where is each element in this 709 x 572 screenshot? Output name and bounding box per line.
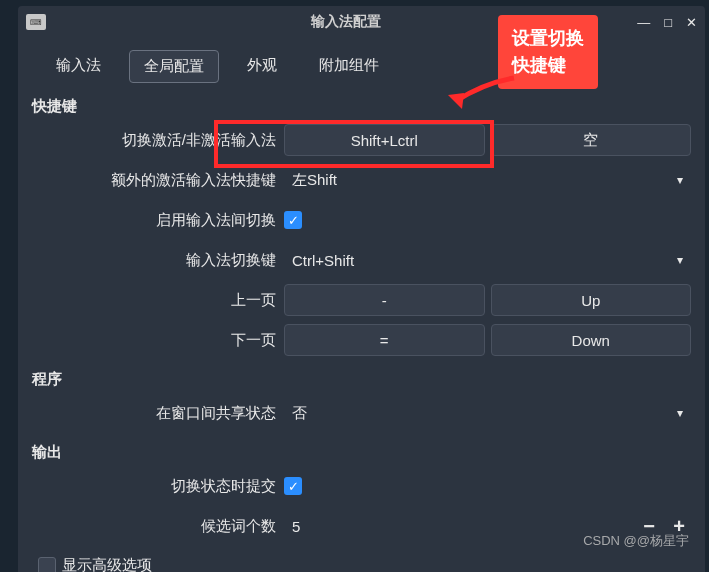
prev-page-key-2[interactable]: Up (491, 284, 692, 316)
prev-page-key-1[interactable]: - (284, 284, 485, 316)
row-advanced: 显示高级选项 (32, 550, 691, 572)
label-share-state: 在窗口间共享状态 (32, 404, 284, 423)
config-window: ⌨ 输入法配置 — □ ✕ 输入法 全局配置 外观 附加组件 快捷键 切换激活/… (18, 6, 705, 572)
label-commit-switch: 切换状态时提交 (32, 477, 284, 496)
row-next-page: 下一页 = Down (32, 324, 691, 356)
label-candidate-count: 候选词个数 (32, 517, 284, 536)
candidate-count-input[interactable]: 5 (284, 510, 631, 542)
label-trigger: 切换激活/非激活输入法 (32, 131, 284, 150)
window-controls: — □ ✕ (637, 15, 697, 30)
tab-bar: 输入法 全局配置 外观 附加组件 (18, 38, 705, 91)
section-program-header: 程序 (32, 364, 691, 397)
enable-switch-checkbox[interactable]: ✓ (284, 211, 302, 229)
keyboard-icon: ⌨ (26, 14, 46, 30)
commit-switch-checkbox[interactable]: ✓ (284, 477, 302, 495)
tab-global-config[interactable]: 全局配置 (129, 50, 219, 83)
share-state-dropdown[interactable]: 否 (284, 397, 691, 429)
row-commit-switch: 切换状态时提交 ✓ (32, 470, 691, 502)
trigger-key-1[interactable]: Shift+Lctrl (284, 124, 485, 156)
tab-appearance[interactable]: 外观 (233, 50, 291, 83)
row-trigger: 切换激活/非激活输入法 Shift+Lctrl 空 (32, 124, 691, 156)
tab-addons[interactable]: 附加组件 (305, 50, 393, 83)
row-enable-switch: 启用输入法间切换 ✓ (32, 204, 691, 236)
advanced-checkbox[interactable] (38, 557, 56, 573)
watermark: CSDN @@杨星宇 (583, 532, 689, 550)
section-output-header: 输出 (32, 437, 691, 470)
label-enable-switch: 启用输入法间切换 (32, 211, 284, 230)
tab-input-method[interactable]: 输入法 (42, 50, 115, 83)
annotation-callout: 设置切换 快捷键 (498, 15, 598, 89)
section-shortcut-header: 快捷键 (32, 91, 691, 124)
next-page-key-2[interactable]: Down (491, 324, 692, 356)
close-icon[interactable]: ✕ (686, 15, 697, 30)
label-advanced: 显示高级选项 (62, 556, 152, 572)
scroll-key-dropdown[interactable]: Ctrl+Shift (284, 244, 691, 276)
row-extra-trigger: 额外的激活输入法快捷键 左Shift (32, 164, 691, 196)
label-next-page: 下一页 (32, 331, 284, 350)
label-extra-trigger: 额外的激活输入法快捷键 (32, 171, 284, 190)
row-prev-page: 上一页 - Up (32, 284, 691, 316)
titlebar: ⌨ 输入法配置 — □ ✕ (18, 6, 705, 38)
row-share-state: 在窗口间共享状态 否 (32, 397, 691, 429)
next-page-key-1[interactable]: = (284, 324, 485, 356)
minimize-icon[interactable]: — (637, 15, 650, 30)
extra-trigger-dropdown[interactable]: 左Shift (284, 164, 691, 196)
maximize-icon[interactable]: □ (664, 15, 672, 30)
label-scroll-key: 输入法切换键 (32, 251, 284, 270)
row-scroll-key: 输入法切换键 Ctrl+Shift (32, 244, 691, 276)
callout-line2: 快捷键 (512, 52, 584, 79)
callout-line1: 设置切换 (512, 25, 584, 52)
label-prev-page: 上一页 (32, 291, 284, 310)
trigger-key-2[interactable]: 空 (491, 124, 692, 156)
content-area: 快捷键 切换激活/非激活输入法 Shift+Lctrl 空 额外的激活输入法快捷… (18, 91, 705, 572)
